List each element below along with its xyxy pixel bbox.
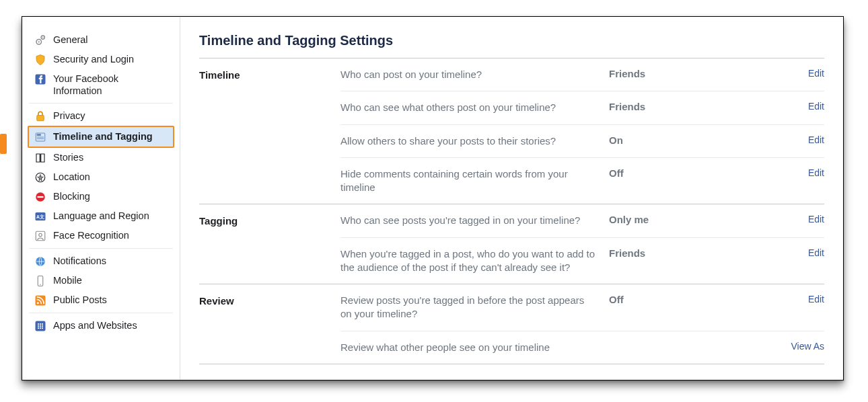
setting-description: Review what other people see on your tim…	[340, 341, 609, 354]
sidebar-item-notifications[interactable]: Notifications	[29, 251, 173, 271]
edit-link[interactable]: Edit	[784, 294, 824, 305]
setting-value: Only me	[609, 214, 784, 225]
svg-text:A: A	[38, 175, 42, 181]
page-title: Timeline and Tagging Settings	[199, 33, 824, 58]
sidebar-item-label: Face Recognition	[53, 229, 168, 241]
newspaper-icon	[34, 131, 46, 143]
section-title: Review	[199, 284, 340, 364]
setting-row: Who can see what others post on your tim…	[340, 91, 824, 124]
setting-value: Friends	[609, 101, 784, 112]
block-icon	[34, 191, 46, 203]
svg-rect-14	[38, 196, 44, 198]
language-icon: A文	[34, 210, 46, 223]
sidebar-group: PrivacyTimeline and TaggingStoriesALocat…	[29, 104, 173, 249]
sidebar-item-label: Timeline and Tagging	[53, 130, 168, 143]
settings-list: Who can see posts you're tagged in on yo…	[340, 204, 824, 284]
sidebar-item-timeline-tagging[interactable]: Timeline and Tagging	[28, 126, 174, 148]
setting-row: Hide comments containing certain words f…	[340, 157, 824, 204]
edit-link[interactable]: Edit	[784, 134, 824, 145]
edit-link[interactable]: Edit	[784, 68, 824, 79]
svg-rect-17	[36, 232, 45, 241]
sidebar-group: Apps and Websites	[29, 313, 173, 338]
edit-link[interactable]: Edit	[784, 247, 824, 258]
edit-link[interactable]: Edit	[784, 214, 824, 225]
sidebar-item-face[interactable]: Face Recognition	[29, 226, 173, 245]
svg-point-27	[42, 323, 43, 325]
sidebar-item-label: Location	[53, 171, 168, 183]
sidebar-item-mobile[interactable]: Mobile	[29, 271, 173, 290]
edit-link[interactable]: Edit	[784, 167, 824, 178]
sidebar-item-security[interactable]: Security and Login	[29, 50, 173, 69]
setting-description: Allow others to share your posts to thei…	[340, 134, 609, 148]
sidebar-item-language[interactable]: A文Language and Region	[29, 206, 173, 226]
svg-rect-5	[37, 116, 44, 121]
location-icon: A	[34, 171, 46, 184]
lock-icon	[34, 110, 46, 122]
view-as-link[interactable]: View As	[784, 341, 824, 352]
sidebar-item-label: General	[53, 34, 168, 46]
setting-value: On	[609, 134, 784, 146]
sidebar-item-privacy[interactable]: Privacy	[29, 106, 173, 126]
setting-value: Off	[609, 294, 784, 305]
sidebar-group: GeneralSecurity and LoginYour Facebook I…	[29, 28, 173, 104]
rss-icon	[34, 294, 46, 307]
globe-icon	[34, 255, 46, 268]
sidebar-item-label: Public Posts	[53, 294, 168, 306]
setting-description: When you're tagged in a post, who do you…	[340, 247, 609, 275]
mobile-icon	[34, 275, 46, 287]
setting-description: Who can see posts you're tagged in on yo…	[340, 214, 609, 227]
svg-point-3	[42, 37, 44, 38]
edit-link[interactable]: Edit	[784, 101, 824, 112]
gear-icon	[34, 34, 46, 46]
svg-point-23	[37, 303, 39, 305]
svg-point-28	[38, 325, 39, 327]
setting-description: Who can post on your timeline?	[340, 68, 609, 81]
settings-sections: TimelineWho can post on your timeline?Fr…	[199, 58, 824, 364]
svg-rect-7	[37, 134, 41, 136]
section-timeline: TimelineWho can post on your timeline?Fr…	[199, 58, 824, 204]
fb-square-icon	[34, 73, 46, 85]
sidebar-item-label: Notifications	[53, 255, 168, 267]
sidebar-item-general[interactable]: General	[29, 30, 173, 50]
sidebar-item-label: Security and Login	[53, 53, 168, 65]
svg-point-29	[40, 325, 41, 327]
sidebar-item-apps[interactable]: Apps and Websites	[29, 316, 173, 335]
setting-value: Off	[609, 167, 784, 179]
svg-point-21	[40, 284, 41, 286]
svg-text:A文: A文	[36, 214, 44, 220]
setting-row: When you're tagged in a post, who do you…	[340, 237, 824, 284]
svg-point-30	[42, 325, 43, 327]
setting-row: Who can see posts you're tagged in on yo…	[340, 204, 824, 237]
sidebar-item-label: Apps and Websites	[53, 319, 168, 331]
settings-list: Review posts you're tagged in before the…	[340, 284, 824, 364]
svg-point-31	[38, 327, 39, 329]
svg-point-33	[42, 327, 43, 329]
svg-point-32	[40, 327, 41, 329]
setting-description: Hide comments containing certain words f…	[340, 167, 609, 195]
setting-row: Who can post on your timeline?FriendsEdi…	[340, 58, 824, 91]
setting-row: Review posts you're tagged in before the…	[340, 284, 824, 331]
apps-icon	[34, 320, 46, 332]
sidebar-group: NotificationsMobilePublic Posts	[29, 249, 173, 313]
section-title: Tagging	[199, 204, 340, 284]
section-tagging: TaggingWho can see posts you're tagged i…	[199, 204, 824, 284]
sidebar-item-public-posts[interactable]: Public Posts	[29, 290, 173, 310]
setting-row: Review what other people see on your tim…	[340, 331, 824, 364]
setting-value: Friends	[609, 247, 784, 259]
setting-row: Allow others to share your posts to thei…	[340, 124, 824, 157]
sidebar-item-location[interactable]: ALocation	[29, 167, 173, 187]
sidebar-item-your-info[interactable]: Your Facebook Information	[29, 69, 173, 100]
sidebar-item-label: Language and Region	[53, 210, 168, 222]
sidebar-item-blocking[interactable]: Blocking	[29, 187, 173, 206]
sidebar-item-label: Privacy	[53, 110, 168, 122]
setting-description: Who can see what others post on your tim…	[340, 101, 609, 114]
main-panel: Timeline and Tagging Settings TimelineWh…	[180, 17, 843, 380]
shield-icon	[34, 54, 46, 66]
svg-point-1	[38, 41, 40, 42]
setting-description: Review posts you're tagged in before the…	[340, 294, 609, 321]
app-frame: GeneralSecurity and LoginYour Facebook I…	[22, 16, 844, 380]
highlight-bar	[0, 134, 7, 154]
sidebar-item-label: Stories	[53, 151, 168, 163]
sidebar-item-stories[interactable]: Stories	[29, 148, 173, 167]
svg-point-26	[40, 323, 41, 325]
